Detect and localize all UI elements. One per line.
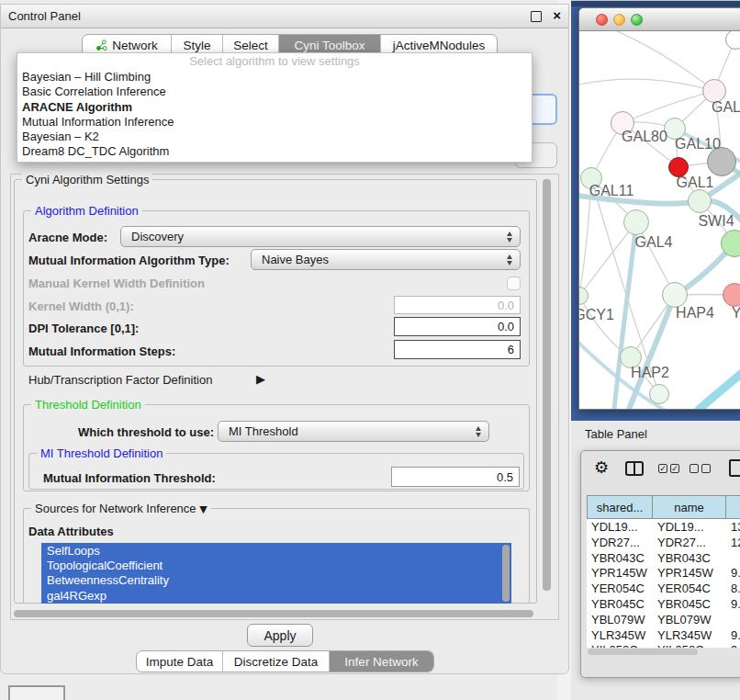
- table-horizontal-scrollbar[interactable]: [587, 648, 740, 656]
- tab-infer-network[interactable]: Infer Network: [330, 651, 433, 672]
- zoom-traffic-light[interactable]: [631, 14, 643, 26]
- network-node[interactable]: [723, 283, 740, 307]
- table-cell[interactable]: YDR27...: [653, 535, 726, 550]
- tab-discretize-data[interactable]: Discretize Data: [223, 651, 330, 672]
- table-cell[interactable]: YBR045C: [587, 596, 653, 612]
- mi-threshold-input[interactable]: 0.5: [391, 467, 520, 487]
- which-threshold-select[interactable]: MI Threshold: [218, 421, 489, 442]
- network-node[interactable]: [662, 282, 688, 308]
- table-column-header[interactable]: shared...: [587, 495, 653, 519]
- dropdown-item[interactable]: Bayesian – Hill Climbing: [17, 70, 532, 85]
- close-traffic-light[interactable]: [596, 14, 608, 26]
- stepper-icon: [476, 426, 488, 437]
- sources-title[interactable]: Sources for Network Inference: [35, 502, 196, 515]
- dropdown-item[interactable]: Dream8 DC_TDC Algorithm: [17, 144, 532, 159]
- table-cell[interactable]: 12: [726, 535, 740, 550]
- manual-kernel-width-label: Manual Kernel Width Definition: [28, 277, 205, 290]
- desktop-top-strip: [571, 0, 740, 6]
- table-cell[interactable]: 8.: [726, 581, 740, 596]
- table-row[interactable]: YDL19...YDL19...13: [587, 519, 740, 535]
- table-row[interactable]: YPR145WYPR145W9.: [587, 565, 740, 581]
- table-cell[interactable]: 13: [726, 519, 740, 535]
- list-scrollbar-thumb[interactable]: [502, 545, 510, 602]
- table-row[interactable]: YBL079WYBL079W: [587, 612, 740, 627]
- table-cell[interactable]: YLR345W: [653, 627, 726, 643]
- table-cell[interactable]: YBR045C: [653, 596, 726, 612]
- table-cell[interactable]: YBR043C: [653, 550, 726, 566]
- table-row[interactable]: YER054CYER054C8.: [587, 581, 740, 596]
- table-row[interactable]: YLR345WYLR345W9.: [587, 627, 740, 643]
- minimize-traffic-light[interactable]: [613, 14, 625, 26]
- table-cell[interactable]: YPR145W: [653, 565, 726, 581]
- data-attributes-list[interactable]: SelfLoops TopologicalCoefficient Between…: [41, 543, 511, 604]
- network-node[interactable]: [579, 287, 589, 305]
- network-node-label: GAL11: [589, 183, 634, 199]
- table-cell[interactable]: [726, 550, 740, 566]
- network-node[interactable]: [725, 31, 740, 50]
- table-cell[interactable]: 9.: [726, 565, 740, 581]
- network-canvas[interactable]: GALGAL80GAL10GAL1GAL11SWI4GAL4GCY1HAP4YH…: [579, 31, 740, 410]
- mi-threshold-label: Mutual Information Threshold:: [43, 471, 216, 485]
- mi-algorithm-type-select[interactable]: Naive Bayes: [251, 249, 521, 270]
- table-row[interactable]: YBR043CYBR043C: [587, 550, 740, 566]
- network-icon: [95, 40, 107, 51]
- table-cell[interactable]: YER054C: [653, 581, 726, 596]
- table-panel-title: Table Panel: [585, 427, 647, 441]
- show-columns-button[interactable]: [625, 461, 644, 476]
- network-window-titlebar[interactable]: [579, 8, 740, 31]
- algorithm-dropdown-popup: Select algorithm to view settings Bayesi…: [17, 52, 533, 163]
- table-column-header[interactable]: A: [726, 495, 740, 519]
- table-cell[interactable]: YDR27...: [587, 535, 653, 550]
- table-column-header[interactable]: name: [653, 495, 726, 519]
- attribute-item[interactable]: SelfLoops: [41, 543, 511, 558]
- collapse-down-icon[interactable]: ▼: [199, 503, 207, 515]
- table-cell[interactable]: YDL19...: [587, 519, 653, 535]
- network-node[interactable]: [721, 230, 740, 257]
- table-cell[interactable]: [726, 612, 740, 627]
- dropdown-item[interactable]: Bayesian – K2: [17, 130, 532, 144]
- manual-kernel-width-checkbox[interactable]: [507, 277, 521, 290]
- table-cell[interactable]: 9.: [726, 596, 740, 612]
- table-cell[interactable]: YDL19...: [653, 519, 726, 535]
- dropdown-item[interactable]: Mutual Information Inference: [17, 115, 532, 130]
- control-panel-title: Control Panel: [8, 9, 81, 23]
- network-node[interactable]: [649, 384, 669, 404]
- kernel-width-input[interactable]: 0.0: [394, 296, 521, 314]
- network-node[interactable]: [623, 209, 649, 235]
- network-node[interactable]: [688, 189, 712, 213]
- table-row[interactable]: YBR045CYBR045C9.: [587, 596, 740, 612]
- table-cell[interactable]: YBR043C: [587, 550, 653, 566]
- network-node-label: GAL80: [622, 129, 667, 145]
- select-all-columns-button[interactable]: ✓ ✓: [658, 464, 679, 473]
- float-window-icon[interactable]: [531, 11, 542, 22]
- dropdown-item[interactable]: Basic Correlation Inference: [17, 85, 532, 99]
- close-icon[interactable]: ×: [553, 7, 561, 23]
- aracne-mode-select[interactable]: Discovery: [120, 226, 521, 247]
- attribute-item[interactable]: gal4RGexp: [41, 588, 511, 603]
- settings-vertical-scrollbar[interactable]: [541, 177, 553, 605]
- tab-impute-data[interactable]: Impute Data: [137, 651, 223, 672]
- mi-steps-input[interactable]: 6: [394, 340, 521, 359]
- attribute-item[interactable]: BetweennessCentrality: [41, 573, 511, 588]
- tab-label: Cyni Toolbox: [294, 39, 364, 52]
- table-row[interactable]: YDR27...YDR27...12: [587, 535, 740, 550]
- table-cell[interactable]: YER054C: [587, 581, 653, 596]
- expand-right-icon[interactable]: ▶: [256, 372, 265, 386]
- kernel-width-label: Kernel Width (0,1):: [28, 299, 134, 313]
- apply-button[interactable]: Apply: [247, 624, 313, 647]
- table-cell[interactable]: YBL079W: [653, 612, 726, 627]
- hub-definition-toggle-label[interactable]: Hub/Transcription Factor Definition: [28, 373, 212, 387]
- table-header-row: shared... name A: [587, 495, 740, 519]
- table-cell[interactable]: 9.: [726, 627, 740, 643]
- dropdown-item-selected[interactable]: ARACNE Algorithm: [17, 100, 532, 115]
- collapsed-panel-box[interactable]: [8, 685, 65, 700]
- attribute-item[interactable]: TopologicalCoefficient: [41, 558, 511, 572]
- table-cell[interactable]: YBL079W: [587, 612, 653, 627]
- table-cell[interactable]: YPR145W: [587, 565, 653, 581]
- settings-gear-button[interactable]: ⚙: [594, 459, 609, 476]
- table-cell[interactable]: YLR345W: [587, 627, 653, 643]
- deselect-all-columns-button[interactable]: [690, 464, 711, 473]
- dpi-tolerance-input[interactable]: 0.0: [394, 317, 521, 336]
- new-table-button[interactable]: [729, 459, 740, 477]
- settings-horizontal-scrollbar[interactable]: [12, 608, 539, 619]
